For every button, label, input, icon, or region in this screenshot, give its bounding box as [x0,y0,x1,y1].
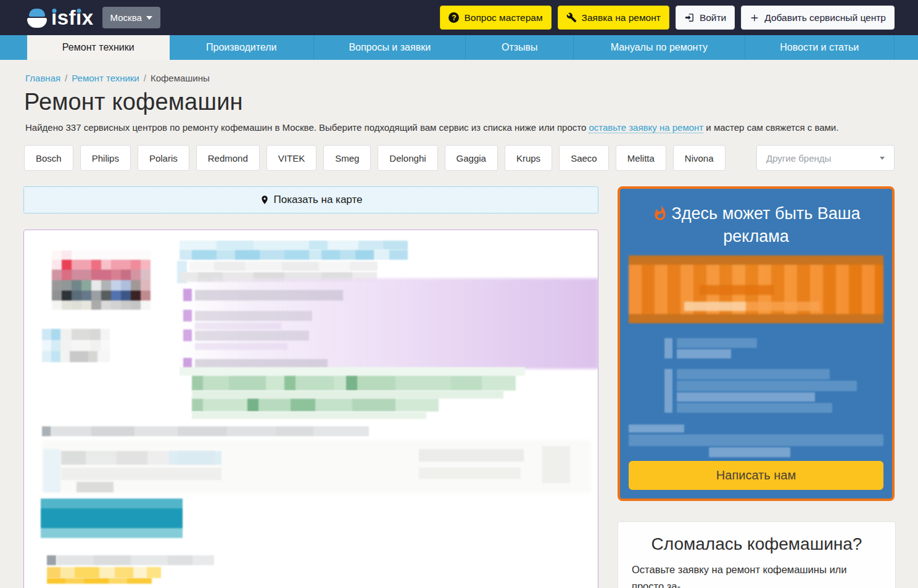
logo-text: ısfıx [51,7,94,28]
logo[interactable]: ısfıx [27,7,94,28]
brand-krups[interactable]: Krups [505,145,552,171]
blurred-green-row [180,367,525,376]
ad-title: Здесь может быть Ваша реклама [620,204,892,247]
city-label: Москва [110,12,142,23]
tab-news[interactable]: Новости и статьи [745,35,895,60]
blurred-star-rating [47,567,161,578]
blurred-green-row [192,391,503,399]
brand-nivona[interactable]: Nivona [673,145,726,171]
blurred-cell [419,449,524,462]
blurred-company-title-2 [180,250,408,260]
tab-manuals[interactable]: Мануалы по ремонту [574,35,745,60]
brand-polaris[interactable]: Polaris [138,145,189,171]
blurred-star-rating-2 [47,578,152,584]
brand-philips[interactable]: Philips [80,145,131,171]
blurred-bullet [183,289,192,301]
blurred-line [195,323,281,329]
blurred-green-row [192,376,516,391]
blurred-cell [542,446,570,483]
brand-bosch[interactable]: Bosch [24,145,73,171]
blurred-phone-button [41,499,183,538]
blurred-green-row [192,399,439,412]
service-listing-card[interactable] [23,230,598,588]
blurred-cell [169,451,221,465]
add-service-center-button[interactable]: Добавить сервисный центр [741,6,895,30]
blurred-review-icon [47,555,56,565]
blurred-bullet [183,310,192,321]
repair-request-button[interactable]: Заявка на ремонт [558,6,669,30]
top-bar: ısfıx Москва Вопрос мастерам Заявка на р… [0,0,918,35]
blurred-company-logo [52,251,151,308]
page-title: Ремонт кофемашин [24,89,895,115]
brand-saeco[interactable]: Saeco [559,145,609,171]
ask-masters-button[interactable]: Вопрос мастерам [440,6,551,30]
request-card: Сломалась кофемашина? Оставьте заявку на… [618,521,896,588]
blurred-description-line [42,426,369,436]
brand-delonghi[interactable]: Delonghi [378,145,437,171]
request-card-text: Оставьте заявку на ремонт кофемашины или… [632,561,882,588]
leave-request-link[interactable]: оставьте заявку на ремонт [589,122,703,133]
blurred-line [195,343,287,350]
blurred-cell [43,449,60,492]
plus-icon [750,13,759,23]
brand-melitta[interactable]: Melitta [616,145,666,171]
blurred-line [195,311,312,321]
blurred-cell [419,468,521,479]
blurred-table-zone [42,440,591,492]
main-nav: Ремонт техники Производители Вопросы и з… [0,35,918,60]
brand-redmond[interactable]: Redmond [196,145,260,171]
tab-reviews[interactable]: Отзывы [466,35,574,60]
brand-vitek[interactable]: VITEK [267,145,316,171]
breadcrumb-home[interactable]: Главная [25,73,60,83]
blurred-ad-banner [629,255,883,323]
blurred-review-line [57,555,214,565]
blurred-bullet [183,329,192,341]
intro-text: Найдено 337 сервисных центров по ремонту… [25,122,895,133]
login-icon [684,12,695,23]
breadcrumb-repair[interactable]: Ремонт техники [72,73,139,83]
blurred-cell [76,482,114,492]
flame-icon [652,205,668,226]
city-selector[interactable]: Москва [102,7,160,28]
isfix-logo-icon [27,8,47,28]
blurred-line [195,331,309,341]
brand-filter-row: Bosch Philips Polaris Redmond VITEK Smeg… [24,145,895,171]
map-pin-icon [260,194,270,205]
show-on-map-button[interactable]: Показать на карте [23,186,598,213]
blurred-line [189,262,378,271]
chevron-down-icon [880,157,885,160]
question-circle-icon [449,12,459,23]
breadcrumb-current: Кофемашины [151,73,210,83]
blurred-info-block [42,329,110,362]
blurred-green-row [192,412,426,419]
tab-questions[interactable]: Вопросы и заявки [314,35,466,60]
request-card-title: Сломалась кофемашина? [632,534,882,554]
login-button[interactable]: Войти [676,6,735,30]
other-brands-dropdown[interactable]: Другие бренды [756,145,895,171]
breadcrumb: Главная/Ремонт техники/Кофемашины [25,73,895,83]
brand-smeg[interactable]: Smeg [323,145,371,171]
brand-gaggia[interactable]: Gaggia [445,145,498,171]
ad-box: Здесь может быть Ваша реклама [618,186,895,501]
blurred-ad-text [629,332,883,463]
contact-us-button[interactable]: Написать нам [629,461,883,490]
blurred-line [195,290,343,300]
blurred-company-title [180,241,408,250]
tab-repair[interactable]: Ремонт техники [27,35,170,60]
chevron-down-icon [146,16,152,20]
blurred-cell [61,468,221,480]
wrench-icon [566,12,577,23]
tab-manufacturers[interactable]: Производители [170,35,315,60]
